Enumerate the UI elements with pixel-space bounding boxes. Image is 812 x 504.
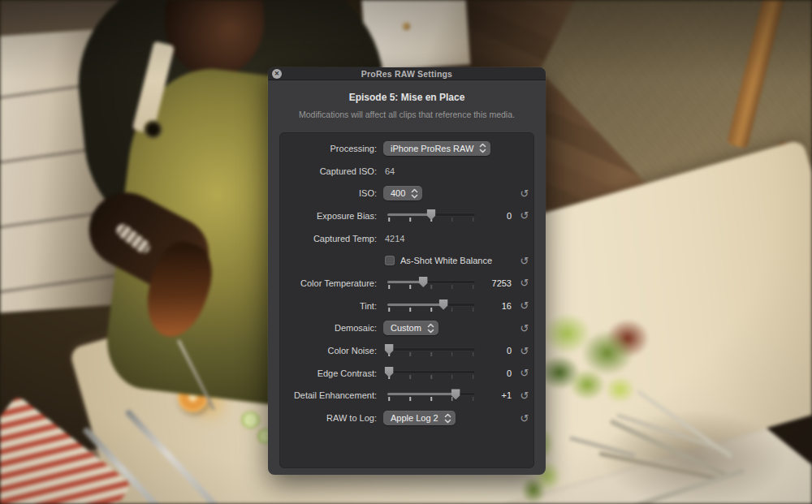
slider-ticks <box>387 277 475 290</box>
captured-temp-value: 4214 <box>383 234 404 243</box>
captured-iso-label: Captured ISO: <box>279 166 383 176</box>
settings-panel: Processing: iPhone ProRes RAW Captured I… <box>279 132 534 468</box>
slider-tick <box>473 308 474 312</box>
row-captured-iso: Captured ISO: 64 <box>279 160 534 183</box>
color-noise-slider[interactable] <box>387 344 475 357</box>
edge-contrast-label: Edge Contrast: <box>279 368 383 378</box>
slider-tick <box>388 397 390 401</box>
iso-value: 400 <box>391 188 405 198</box>
slider-tick <box>409 218 411 222</box>
edge-contrast-value: 0 <box>476 368 512 378</box>
slider-tick <box>409 352 411 356</box>
slider-tick <box>430 352 432 356</box>
row-raw-to-log: RAW to Log: Apple Log 2 ↺ <box>279 407 534 429</box>
tint-label: Tint: <box>279 301 383 311</box>
reset-icon[interactable]: ↺ <box>518 368 531 378</box>
row-captured-temp: Captured Temp: 4214 <box>279 227 534 250</box>
row-demosaic: Demosaic: Custom ↺ <box>279 317 534 340</box>
reset-icon[interactable]: ↺ <box>518 188 531 199</box>
row-color-noise: Color Noise: 0 ↺ <box>279 339 534 362</box>
color-temperature-slider[interactable] <box>387 277 475 290</box>
slider-tick <box>451 375 453 379</box>
slider-tick <box>473 218 474 222</box>
titlebar[interactable]: ✕ ProRes RAW Settings <box>268 67 546 80</box>
slider-ticks <box>387 367 475 380</box>
slider-ticks <box>387 299 475 312</box>
modification-note: Modifications will affect all clips that… <box>268 110 546 119</box>
exposure-bias-value: 0 <box>476 211 512 221</box>
window-title: ProRes RAW Settings <box>361 69 452 79</box>
slider-tick <box>409 397 411 401</box>
row-edge-contrast: Edge Contrast: 0 ↺ <box>279 362 534 385</box>
clip-title: Episode 5: Mise en Place <box>268 92 546 103</box>
edge-contrast-slider[interactable] <box>387 367 475 380</box>
slider-tick <box>451 218 453 222</box>
reset-icon[interactable]: ↺ <box>518 210 531 221</box>
processing-value: iPhone ProRes RAW <box>391 144 473 153</box>
iso-dropdown[interactable]: 400 <box>383 186 422 200</box>
processing-dropdown[interactable]: iPhone ProRes RAW <box>383 141 490 156</box>
color-temperature-value: 7253 <box>476 278 512 288</box>
slider-tick <box>451 397 453 401</box>
color-temperature-label: Color Temperature: <box>279 278 383 288</box>
reset-icon[interactable]: ↺ <box>518 390 531 401</box>
iso-label: ISO: <box>279 188 383 198</box>
prores-raw-settings-dialog: ✕ ProRes RAW Settings Episode 5: Mise en… <box>268 67 546 475</box>
reset-icon[interactable]: ↺ <box>518 323 531 334</box>
reset-icon[interactable]: ↺ <box>518 256 531 266</box>
color-noise-label: Color Noise: <box>279 346 383 355</box>
slider-tick <box>409 375 411 379</box>
stepper-icon <box>444 413 451 424</box>
slider-tick <box>388 285 390 289</box>
slider-tick <box>430 375 432 379</box>
slider-ticks <box>387 344 475 357</box>
row-iso: ISO: 400 ↺ <box>279 182 534 205</box>
reset-icon[interactable]: ↺ <box>518 346 531 356</box>
slider-tick <box>430 285 432 289</box>
slider-tick <box>388 218 390 222</box>
processing-label: Processing: <box>279 144 383 153</box>
raw-to-log-value: Apple Log 2 <box>391 413 438 423</box>
demosaic-dropdown[interactable]: Custom <box>383 321 438 335</box>
row-detail-enhancement: Detail Enhancement: +1 ↺ <box>279 385 534 407</box>
close-button[interactable]: ✕ <box>272 69 282 79</box>
raw-to-log-dropdown[interactable]: Apple Log 2 <box>383 411 456 425</box>
stepper-icon <box>479 143 486 153</box>
row-tint: Tint: 16 ↺ <box>279 295 534 317</box>
exposure-bias-label: Exposure Bias: <box>279 211 383 221</box>
close-icon: ✕ <box>274 71 279 77</box>
as-shot-white-balance-checkbox[interactable] <box>385 256 395 265</box>
slider-tick <box>473 352 474 356</box>
slider-tick <box>430 397 432 401</box>
slider-tick <box>388 308 390 312</box>
slider-tick <box>409 308 411 312</box>
slider-tick <box>430 308 432 312</box>
as-shot-white-balance-label: As-Shot White Balance <box>400 256 492 265</box>
detail-enhancement-value: +1 <box>476 390 512 400</box>
stepper-icon <box>427 323 434 334</box>
slider-tick <box>473 397 474 401</box>
tint-value: 16 <box>476 301 512 311</box>
tint-slider[interactable] <box>387 299 475 312</box>
detail-enhancement-label: Detail Enhancement: <box>279 390 383 400</box>
row-exposure-bias: Exposure Bias: 0 ↺ <box>279 205 534 227</box>
reset-icon[interactable]: ↺ <box>518 278 531 288</box>
color-noise-value: 0 <box>476 346 512 355</box>
row-processing: Processing: iPhone ProRes RAW <box>279 137 534 160</box>
slider-tick <box>451 352 453 356</box>
slider-tick <box>409 285 411 289</box>
raw-to-log-label: RAW to Log: <box>279 413 383 423</box>
reset-icon[interactable]: ↺ <box>518 300 531 311</box>
demosaic-label: Demosaic: <box>279 323 383 333</box>
row-color-temperature: Color Temperature: 7253 ↺ <box>279 272 534 295</box>
demosaic-value: Custom <box>391 323 421 333</box>
slider-tick <box>473 285 474 289</box>
slider-ticks <box>387 389 475 402</box>
detail-enhancement-slider[interactable] <box>387 389 475 402</box>
reset-icon[interactable]: ↺ <box>518 413 531 424</box>
row-as-shot-white-balance: As-Shot White Balance ↺ <box>279 249 534 272</box>
captured-iso-value: 64 <box>383 166 395 176</box>
slider-tick <box>451 285 453 289</box>
slider-tick <box>473 375 474 379</box>
exposure-bias-slider[interactable] <box>387 209 475 222</box>
